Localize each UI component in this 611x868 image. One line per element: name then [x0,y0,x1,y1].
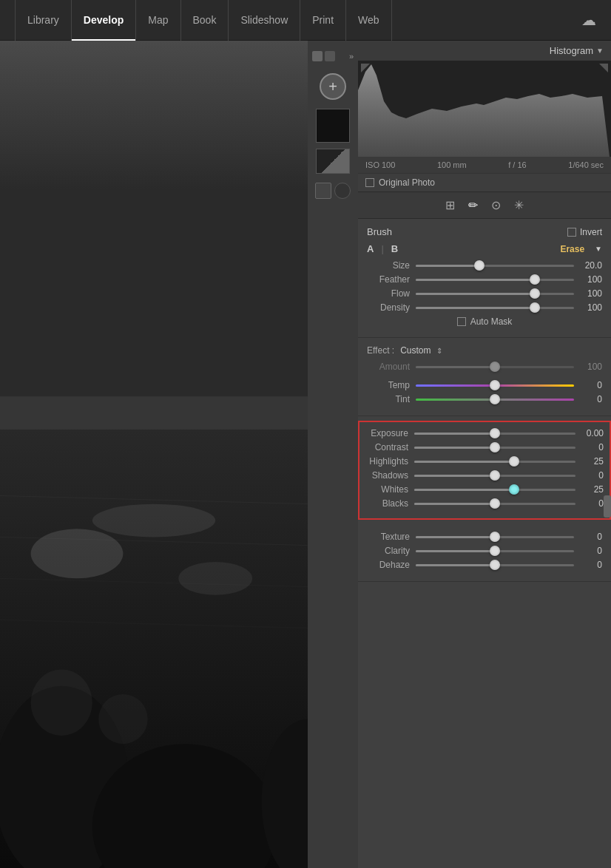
effect-dropdown-arrow[interactable]: ⇕ [436,347,442,355]
effect-value[interactable]: Custom [400,345,431,356]
blacks-fill [414,503,495,505]
histogram-dropdown-arrow[interactable]: ▼ [596,47,604,55]
contrast-thumb[interactable] [490,442,500,452]
tint-thumb[interactable] [490,394,500,404]
nav-develop[interactable]: Develop [72,0,136,41]
small-tool-icons [315,183,351,199]
photo-canvas [0,41,308,868]
texture-label: Texture [367,532,410,542]
nav-library[interactable]: Library [15,0,72,41]
exposure-section: Exposure 0.00 Contrast 0 [358,421,611,520]
exposure-fill [414,433,495,435]
blacks-slider[interactable] [414,503,575,505]
right-panel-main: Histogram ▼ [358,41,611,868]
highlights-slider[interactable] [414,461,575,463]
panel-minimize-icon[interactable] [325,51,335,61]
size-thumb[interactable] [474,260,485,271]
tint-value: 0 [578,394,602,404]
brush-a-button[interactable]: A [367,243,374,254]
auto-mask-checkbox[interactable] [457,317,466,326]
dehaze-label: Dehaze [367,560,410,570]
temp-slider[interactable] [416,384,574,387]
feather-slider[interactable] [416,279,574,281]
density-slider-row: Density 100 [367,302,602,313]
highlights-slider-row: Highlights 25 [365,456,604,467]
histogram-graph [358,61,611,157]
density-thumb[interactable] [530,302,540,313]
svg-marker-15 [358,64,610,157]
small-icon-2[interactable] [334,183,351,199]
whites-label: Whites [365,484,408,495]
preset-thumbnail-1[interactable] [316,109,350,143]
whites-slider-row: Whites 25 [365,484,604,495]
temp-slider-row: Temp 0 [367,380,602,390]
erase-dropdown-arrow[interactable]: ▼ [595,245,602,253]
blacks-thumb[interactable] [490,498,500,509]
target-tool-icon[interactable]: ⊙ [491,198,501,212]
scroll-indicator[interactable] [604,495,611,518]
size-slider[interactable] [416,265,574,267]
whites-slider[interactable] [414,489,575,491]
flow-thumb[interactable] [530,288,540,299]
spot-heal-icon[interactable]: ✳ [514,198,524,212]
exposure-thumb[interactable] [490,428,500,438]
nav-book[interactable]: Book [181,0,229,41]
panel-toggle-icon[interactable] [312,51,323,61]
contrast-slider-row: Contrast 0 [365,442,604,452]
exposure-slider[interactable] [414,433,575,435]
shadows-slider[interactable] [414,475,575,477]
blacks-slider-row: Blacks 0 [365,498,604,509]
contrast-value: 0 [580,442,604,452]
crop-tool-icon[interactable]: ⊞ [445,198,455,212]
original-photo-label: Original Photo [379,177,435,188]
small-icon-1[interactable] [315,183,331,199]
highlights-fill [414,461,514,463]
invert-checkbox[interactable] [567,228,576,237]
temp-value: 0 [578,380,602,390]
contrast-fill [414,447,495,449]
brush-b-button[interactable]: B [391,243,398,254]
brush-tool-icon[interactable]: ✏ [468,198,478,212]
histogram-metadata: ISO 100 100 mm f / 16 1/640 sec [358,157,611,173]
clarity-slider[interactable] [416,550,574,552]
right-panel: » + Histogram ▼ [308,41,611,868]
highlights-thumb[interactable] [509,456,519,467]
brush-erase-button[interactable]: Erase [560,244,584,254]
add-preset-button[interactable]: + [320,73,346,100]
feather-thumb[interactable] [530,274,540,285]
svg-rect-0 [0,41,308,413]
feather-label: Feather [367,274,410,285]
dehaze-slider[interactable] [416,564,574,566]
density-slider[interactable] [416,307,574,309]
texture-value: 0 [578,532,602,542]
clarity-thumb[interactable] [490,546,500,556]
shutter-speed: 1/640 sec [568,160,604,169]
flow-slider[interactable] [416,293,574,295]
whites-thumb[interactable] [509,484,519,495]
blacks-value: 0 [580,498,604,509]
histogram-title: Histogram [550,45,593,56]
original-photo-checkbox[interactable] [365,178,374,187]
whites-value: 25 [580,484,604,495]
amount-slider[interactable] [416,366,574,368]
preset-thumbnail-2[interactable] [316,149,350,174]
temp-thumb[interactable] [490,380,500,390]
amount-thumb[interactable] [490,362,500,372]
clarity-slider-row: Clarity 0 [367,546,602,556]
texture-thumb[interactable] [490,532,500,542]
amount-value: 100 [578,362,602,372]
shadows-thumb[interactable] [490,470,500,481]
nav-web[interactable]: Web [346,0,392,41]
dehaze-thumb[interactable] [490,560,500,570]
nav-slideshow[interactable]: Slideshow [229,0,300,41]
effect-label: Effect : [367,345,394,356]
nav-map[interactable]: Map [136,0,180,41]
texture-slider[interactable] [416,536,574,538]
cloud-sync-icon[interactable]: ☁ [581,11,596,29]
tint-slider[interactable] [416,399,574,401]
collapse-chevron[interactable]: » [349,52,354,61]
contrast-slider[interactable] [414,447,575,449]
nav-print[interactable]: Print [300,0,346,41]
effect-section: Effect : Custom ⇕ Amount 100 [358,338,611,416]
auto-mask-row: Auto Mask [367,316,602,327]
